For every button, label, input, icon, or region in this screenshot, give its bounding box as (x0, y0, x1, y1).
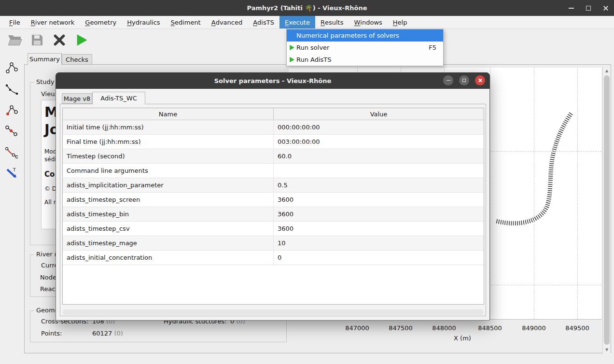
table-row: adists_timestep_mage 10 (63, 236, 484, 251)
slope-tool-button[interactable] (4, 144, 19, 161)
dialog-minimize-button[interactable] (443, 75, 453, 85)
river-row-nodes: Node (40, 274, 56, 281)
param-value-cell[interactable]: 000:00:00:00 (274, 120, 484, 134)
x-axis-tick: 848500 (478, 324, 502, 332)
param-name-cell[interactable]: adists_timestep_bin (63, 207, 274, 221)
minimize-icon (569, 8, 574, 9)
menu-execute[interactable]: Execute (279, 16, 315, 28)
parameters-table-header: Name Value (63, 108, 484, 120)
profile-tool-button[interactable] (4, 82, 19, 98)
menu-item-run-adists[interactable]: Run AdisTS (287, 54, 443, 66)
menu-help[interactable]: Help (388, 16, 413, 28)
x-axis-tick: 849000 (522, 324, 546, 332)
scroll-down-icon[interactable]: ▼ (603, 346, 611, 353)
close-study-button[interactable] (51, 32, 68, 48)
gridline (534, 68, 534, 319)
minimize-button[interactable] (566, 3, 576, 14)
transform-tool-icon: T (5, 167, 18, 179)
vertical-scrollbar[interactable]: ▲ ▼ (602, 67, 611, 353)
param-value-cell[interactable] (274, 164, 484, 178)
close-icon (478, 78, 482, 83)
param-name-cell[interactable]: adists_implicitation_parameter (63, 178, 274, 192)
scroll-up-icon[interactable]: ▲ (603, 67, 611, 74)
param-name-cell[interactable]: adists_timestep_csv (63, 222, 274, 236)
table-row: Final time (jj:hh:mm:ss) 003:00:00:00 (63, 135, 484, 149)
menu-item-numerical-parameters[interactable]: Numerical parameters of solvers (287, 29, 443, 42)
run-play-icon (75, 33, 88, 47)
dialog-titlebar[interactable]: Solver parameters - Vieux-Rhône (56, 72, 490, 89)
maximize-icon (586, 6, 591, 11)
param-value-cell[interactable]: 003:00:00:00 (274, 135, 484, 149)
execute-dropdown-menu: Numerical parameters of solvers Run solv… (286, 29, 444, 66)
param-value-cell[interactable]: 0 (274, 251, 484, 265)
tab-summary[interactable]: Summary (28, 53, 62, 65)
profile-tool-icon (5, 84, 18, 96)
menu-item-label: Run solver (296, 44, 329, 51)
table-row: adists_initial_concentration 0 (63, 251, 484, 265)
menu-geometry[interactable]: Geometry (80, 16, 122, 28)
edit-network-tool-button[interactable] (4, 102, 19, 119)
menu-windows[interactable]: Windows (349, 16, 388, 28)
network-tool-icon (5, 62, 18, 74)
scrollbar-thumb[interactable] (604, 75, 610, 345)
dialog-maximize-button[interactable] (459, 75, 469, 85)
param-value-cell[interactable]: 0.5 (274, 178, 484, 192)
menu-file[interactable]: File (4, 16, 26, 28)
param-name-cell[interactable]: Final time (jj:hh:mm:ss) (63, 135, 274, 149)
dialog-tab-adists-label: Adis-TS_WC (100, 95, 137, 102)
param-name-cell[interactable]: adists_initial_concentration (63, 251, 274, 265)
param-value-cell[interactable]: 3600 (274, 222, 484, 236)
param-name-cell[interactable]: adists_timestep_mage (63, 236, 274, 250)
dialog-tab-mage-label: Mage v8 (64, 95, 91, 102)
param-name-cell[interactable]: Initial time (jj:hh:mm:ss) (63, 120, 274, 134)
menu-item-label: Numerical parameters of solvers (296, 32, 399, 39)
close-icon (603, 5, 609, 11)
run-solver-button[interactable] (73, 32, 90, 48)
menu-river-network[interactable]: River network (26, 16, 80, 28)
param-name-cell[interactable]: Timestep (second) (63, 149, 274, 163)
menu-results[interactable]: Results (315, 16, 349, 28)
param-value-cell[interactable]: 3600 (274, 193, 484, 207)
menu-item-shortcut: F5 (429, 44, 436, 51)
study-groupbox-label: Study (34, 78, 56, 85)
table-row: adists_timestep_screen 3600 (63, 193, 484, 207)
dialog-title: Solver parameters - Vieux-Rhône (214, 77, 332, 84)
river-row-reaches: Reac (40, 285, 56, 293)
minimize-icon (447, 80, 450, 81)
network-tool-button[interactable] (4, 60, 19, 76)
tab-summary-label: Summary (29, 56, 60, 63)
table-row: Initial time (jj:hh:mm:ss) 000:00:00:00 (63, 120, 484, 135)
param-value-cell[interactable]: 3600 (274, 207, 484, 221)
dialog-tab-adists[interactable]: Adis-TS_WC (92, 92, 145, 104)
dialog-horizontal-scrollbar[interactable] (63, 309, 484, 315)
maximize-button[interactable] (583, 3, 594, 14)
points-label: Points: (41, 330, 62, 337)
menu-item-run-solver[interactable]: Run solver F5 (287, 42, 443, 54)
dialog-close-button[interactable] (475, 75, 485, 85)
slope-tool-icon (5, 146, 18, 159)
param-name-cell[interactable]: adists_timestep_screen (63, 193, 274, 207)
save-icon (30, 33, 44, 47)
param-value-cell[interactable]: 60.0 (274, 149, 484, 163)
menu-hydraulics[interactable]: Hydraulics (122, 16, 165, 28)
menu-sediment[interactable]: Sediment (166, 16, 206, 28)
table-row: adists_timestep_csv 3600 (63, 222, 484, 236)
save-study-button[interactable] (29, 32, 45, 48)
table-row: Timestep (second) 60.0 (63, 149, 484, 164)
column-header-name: Name (63, 108, 274, 120)
menu-advanced[interactable]: Advanced (206, 16, 248, 28)
menu-adists[interactable]: AdisTS (248, 16, 279, 28)
dialog-tab-mage[interactable]: Mage v8 (62, 93, 92, 104)
gridline (490, 68, 490, 319)
transform-tool-button[interactable]: T (4, 165, 19, 181)
window-title: Pamhyr2 (Tahiti 🌴) - Vieux-Rhône (247, 4, 367, 12)
x-axis-label: X (m) (454, 335, 471, 342)
tab-checks[interactable]: Checks (62, 54, 92, 65)
close-button[interactable] (600, 3, 611, 14)
run-play-icon (289, 44, 295, 51)
param-name-cell[interactable]: Command line arguments (63, 164, 274, 178)
reach-tool-button[interactable] (4, 123, 19, 139)
param-value-cell[interactable]: 10 (274, 236, 484, 250)
open-study-button[interactable] (7, 32, 23, 48)
window-titlebar[interactable]: Pamhyr2 (Tahiti 🌴) - Vieux-Rhône (0, 0, 614, 16)
